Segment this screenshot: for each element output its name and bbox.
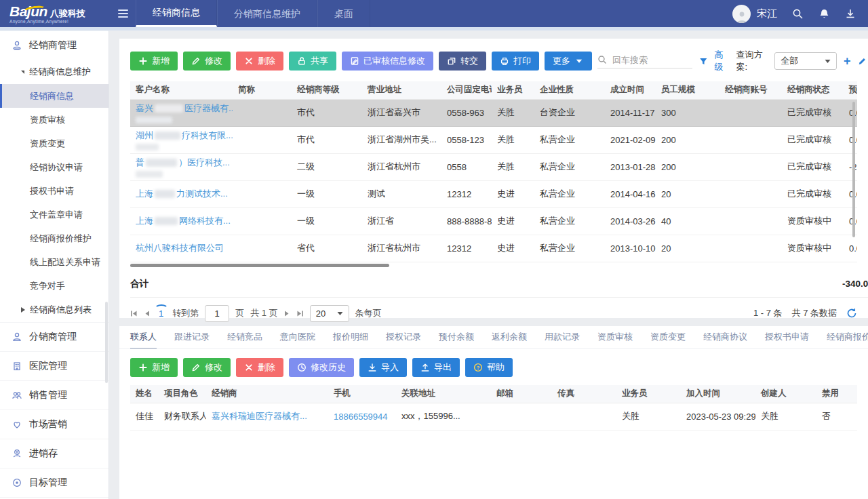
- detail-tab-10[interactable]: 资质变更: [650, 326, 686, 349]
- detail-tab-2[interactable]: 经销竞品: [227, 326, 262, 349]
- toolbar-7-button[interactable]: 更多: [545, 52, 592, 71]
- sidebar-section-16[interactable]: 进销存: [0, 439, 108, 468]
- table-row[interactable]: 嘉兴医疗器械有...市代浙江省嘉兴市0558-963关胜台资企业2014-11-…: [130, 99, 857, 126]
- customer-name-link[interactable]: 杭州八骏科技有限公司: [136, 243, 224, 253]
- notification-bell-icon[interactable]: [818, 8, 830, 20]
- add-scheme-button[interactable]: +: [844, 54, 851, 68]
- sidebar-group-1[interactable]: 经销商信息维护: [0, 60, 108, 84]
- sidebar-group-11[interactable]: 经销商信息列表: [0, 298, 108, 322]
- edit-scheme-pencil-icon[interactable]: [858, 56, 867, 66]
- sidebar-item-4[interactable]: 资质变更: [0, 132, 108, 155]
- nav-tab-2[interactable]: 桌面: [317, 0, 370, 27]
- customer-name-link[interactable]: 上海力测试技术...: [136, 188, 228, 199]
- detail-tab-1[interactable]: 跟进记录: [174, 326, 210, 349]
- sidebar-section-12[interactable]: 分销商管理: [0, 322, 108, 351]
- phone-link[interactable]: 18866559944: [334, 412, 388, 422]
- search-input[interactable]: [611, 54, 692, 66]
- detail-tab-8[interactable]: 用款记录: [545, 326, 580, 349]
- download-icon[interactable]: [845, 8, 856, 19]
- dealer-name-link[interactable]: 嘉兴科瑞迪医疗器械有...: [212, 411, 307, 421]
- column-header-0[interactable]: 客户名称: [130, 81, 233, 99]
- column-header-5[interactable]: 业务员: [492, 81, 534, 99]
- sidebar-item-5[interactable]: 经销协议申请: [0, 155, 108, 179]
- sidebar-section-17[interactable]: 目标管理: [0, 468, 108, 497]
- customer-name-cell[interactable]: 湖州疗科技有限...: [130, 126, 233, 153]
- last-page-icon[interactable]: [296, 310, 304, 317]
- detail-tab-12[interactable]: 授权书申请: [765, 326, 809, 349]
- horizontal-scrollbar[interactable]: [130, 264, 389, 267]
- filter-funnel-icon[interactable]: [699, 56, 708, 66]
- sidebar-section-14[interactable]: 销售管理: [0, 380, 108, 410]
- table-row[interactable]: 上海网络科技有...一级浙江省888-8888-888史进私营企业2014-03…: [130, 207, 857, 235]
- nav-tab-0[interactable]: 经销商信息: [136, 0, 217, 27]
- detail-tab-13[interactable]: 经销商报价: [827, 326, 868, 349]
- avatar[interactable]: [732, 5, 751, 23]
- current-page-number[interactable]: 1: [156, 308, 166, 319]
- toolbar-3-button[interactable]: 共享: [289, 52, 336, 71]
- sidebar-item-2[interactable]: 经销商信息: [0, 84, 108, 108]
- menu-toggle-icon[interactable]: [110, 0, 136, 27]
- search-icon[interactable]: [792, 8, 804, 20]
- next-page-icon[interactable]: [284, 310, 290, 317]
- goto-page-input[interactable]: [205, 305, 229, 322]
- table-row[interactable]: 普）医疗科技...二级浙江省杭州市0558关胜私营企业2013-01-28200…: [130, 153, 857, 180]
- customer-name-cell[interactable]: 上海力测试技术...: [130, 180, 233, 207]
- contact-column-header-7[interactable]: 业务员: [616, 385, 681, 403]
- toolbar-4-button[interactable]: 已审核信息修改: [342, 52, 433, 71]
- detail-tab-0[interactable]: 联系人: [130, 326, 157, 349]
- table-row[interactable]: 上海力测试技术...一级测试12312史进私营企业2014-04-1620已完成…: [130, 180, 857, 207]
- quick-search-box[interactable]: [597, 54, 692, 68]
- customer-name-link[interactable]: 湖州疗科技有限...: [136, 130, 233, 140]
- contact-column-header-4[interactable]: 关联地址: [396, 385, 491, 403]
- sidebar-item-7[interactable]: 文件盖章申请: [0, 203, 108, 226]
- contact-toolbar-5-button[interactable]: 导出: [412, 358, 460, 377]
- detail-tab-11[interactable]: 经销商协议: [703, 326, 747, 349]
- sidebar-item-6[interactable]: 授权书申请: [0, 179, 108, 203]
- contact-column-header-2[interactable]: 经销商: [206, 385, 328, 403]
- contact-column-header-1[interactable]: 项目角色: [159, 385, 206, 403]
- sidebar-item-10[interactable]: 竞争对手: [0, 274, 108, 298]
- customer-name-link[interactable]: 普）医疗科技...: [136, 157, 230, 167]
- contact-toolbar-4-button[interactable]: 导入: [359, 358, 407, 377]
- prev-page-icon[interactable]: [144, 310, 150, 317]
- contact-toolbar-6-button[interactable]: ?帮助: [465, 358, 513, 377]
- column-header-3[interactable]: 营业地址: [362, 81, 441, 99]
- customer-name-cell[interactable]: 普）医疗科技...: [130, 153, 233, 180]
- customer-name-link[interactable]: 嘉兴医疗器械有...: [136, 103, 233, 113]
- column-header-10[interactable]: 经销商状态: [782, 81, 844, 99]
- contact-column-header-5[interactable]: 邮箱: [491, 385, 552, 403]
- sidebar-item-3[interactable]: 资质审核: [0, 108, 108, 132]
- page-size-select[interactable]: 20: [310, 305, 349, 322]
- toolbar-6-button[interactable]: 打印: [492, 52, 539, 71]
- column-header-8[interactable]: 员工规模: [656, 81, 719, 99]
- sidebar-item-8[interactable]: 经销商报价维护: [0, 226, 108, 250]
- column-header-1[interactable]: 简称: [233, 81, 292, 99]
- vertical-scrollbar[interactable]: [852, 102, 855, 237]
- column-header-4[interactable]: 公司固定电话: [441, 81, 492, 99]
- contact-column-header-10[interactable]: 禁用: [816, 385, 857, 403]
- detail-tab-7[interactable]: 返利余额: [492, 326, 527, 349]
- nav-tab-1[interactable]: 分销商信息维护: [217, 0, 317, 27]
- contact-column-header-3[interactable]: 手机: [328, 385, 396, 403]
- sidebar-section-15[interactable]: 市场营销: [0, 410, 108, 439]
- column-header-11[interactable]: 预付余额: [844, 81, 857, 99]
- contact-column-header-6[interactable]: 传真: [552, 385, 616, 403]
- contact-column-header-9[interactable]: 创建人: [755, 385, 816, 403]
- toolbar-0-button[interactable]: 新增: [130, 52, 178, 71]
- toolbar-1-button[interactable]: 修改: [183, 52, 231, 71]
- column-header-7[interactable]: 成立时间: [605, 81, 656, 99]
- table-row[interactable]: 湖州疗科技有限...市代浙江省湖州市吴...0558-123关胜私营企业2021…: [130, 126, 857, 153]
- toolbar-2-button[interactable]: 删除: [236, 52, 283, 71]
- advanced-search-link[interactable]: 高级: [715, 49, 730, 73]
- customer-name-link[interactable]: 上海网络科技有...: [136, 216, 231, 226]
- column-header-2[interactable]: 经销商等级: [292, 81, 362, 99]
- detail-tab-9[interactable]: 资质审核: [597, 326, 633, 349]
- contact-column-header-8[interactable]: 加入时间: [681, 385, 755, 403]
- table-row[interactable]: 杭州八骏科技有限公司省代浙江省杭州市12312史进私营企业2013-10-102…: [130, 235, 857, 262]
- detail-tab-4[interactable]: 报价明细: [333, 326, 368, 349]
- sidebar-item-9[interactable]: 线上配送关系申请: [0, 250, 108, 274]
- column-header-6[interactable]: 企业性质: [534, 81, 605, 99]
- toolbar-5-button[interactable]: 转交: [439, 52, 486, 71]
- detail-tab-3[interactable]: 意向医院: [280, 326, 315, 349]
- customer-name-cell[interactable]: 上海网络科技有...: [130, 207, 233, 235]
